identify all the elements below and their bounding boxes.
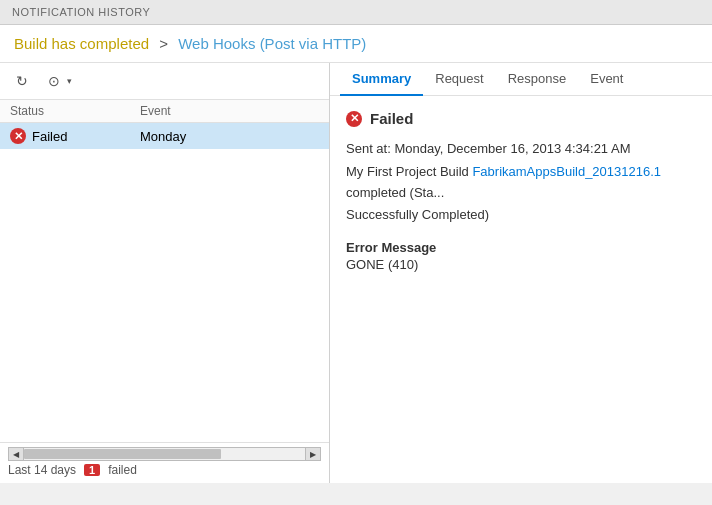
left-toolbar: ↻ ⊙ ▾ [0,63,329,100]
table-body: ✕ Failed Monday [0,123,329,442]
breadcrumb-separator: > [159,35,168,52]
top-bar: NOTIFICATION HISTORY [0,0,712,25]
summary-content: ✕ Failed Sent at: Monday, December 16, 2… [330,96,712,483]
summary-message-line: My First Project Build FabrikamAppsBuild… [346,162,696,204]
refresh-button[interactable]: ↻ [10,69,34,93]
tab-summary[interactable]: Summary [340,63,423,96]
left-panel: ↻ ⊙ ▾ Status Event ✕ Failed Monday [0,63,330,483]
horizontal-scrollbar[interactable]: ◀ ▶ [8,447,321,461]
history-icon: ⊙ [48,73,60,89]
error-icon: ✕ [10,128,26,144]
footer-period: Last 14 days [8,463,76,477]
scroll-left-button[interactable]: ◀ [8,447,24,461]
table-header: Status Event [0,100,329,123]
column-header-status: Status [10,104,140,118]
summary-message-suffix: completed (Sta... [346,185,444,200]
column-header-event: Event [140,104,319,118]
top-bar-label: NOTIFICATION HISTORY [12,6,150,18]
main-content: ↻ ⊙ ▾ Status Event ✕ Failed Monday [0,63,712,483]
error-message-section: Error Message GONE (410) [346,240,696,272]
row-status-cell: ✕ Failed [10,128,140,144]
table-row[interactable]: ✕ Failed Monday [0,123,329,149]
row-status-label: Failed [32,129,67,144]
tab-event[interactable]: Event [578,63,635,96]
summary-error-icon: ✕ [346,111,362,127]
tab-request[interactable]: Request [423,63,495,96]
history-dropdown-arrow: ▾ [67,76,72,86]
error-message-label: Error Message [346,240,696,255]
left-footer: ◀ ▶ Last 14 days 1 failed [0,442,329,483]
breadcrumb-webhooks: Web Hooks (Post via HTTP) [178,35,366,52]
breadcrumb-bar: Build has completed > Web Hooks (Post vi… [0,25,712,63]
right-panel: Summary Request Response Event ✕ Failed … [330,63,712,483]
scrollbar-track [24,447,305,461]
tabs-bar: Summary Request Response Event [330,63,712,96]
history-dropdown-button[interactable]: ⊙ ▾ [42,69,72,93]
breadcrumb-completed: Build has completed [14,35,149,52]
tab-response[interactable]: Response [496,63,579,96]
summary-completed-note: Successfully Completed) [346,205,696,226]
scrollbar-thumb [24,449,221,459]
row-event-cell: Monday [140,129,319,144]
footer-stats: Last 14 days 1 failed [8,461,321,479]
summary-sent-at: Sent at: Monday, December 16, 2013 4:34:… [346,139,696,160]
status-failed-row: ✕ Failed [346,110,696,127]
summary-message-prefix: My First Project Build [346,164,472,179]
summary-status-label: Failed [370,110,413,127]
refresh-icon: ↻ [16,73,28,89]
error-message-value: GONE (410) [346,257,696,272]
failed-count-badge: 1 [84,464,100,476]
summary-build-link[interactable]: FabrikamAppsBuild_20131216.1 [472,164,661,179]
footer-failed-label: failed [108,463,137,477]
scroll-right-button[interactable]: ▶ [305,447,321,461]
